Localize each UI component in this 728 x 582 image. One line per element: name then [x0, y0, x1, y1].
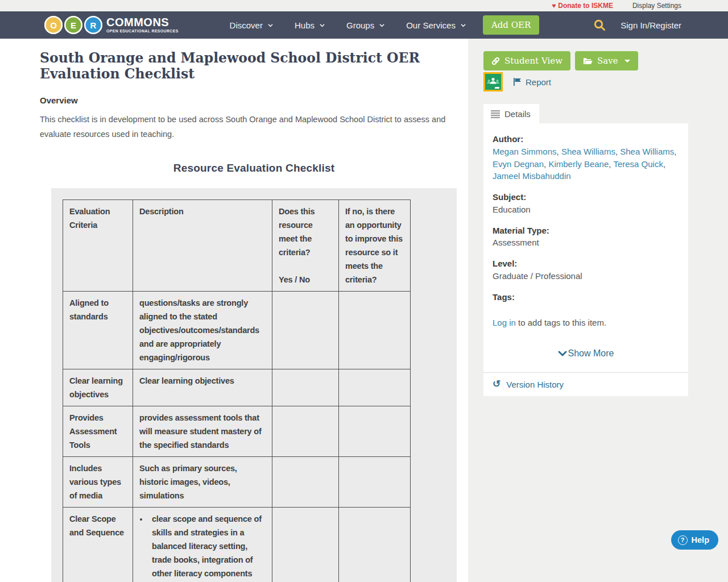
main-content: South Orange and Maplewood School Distri…	[40, 39, 468, 582]
chevron-down-icon	[461, 23, 466, 28]
author-label: Author:	[493, 133, 679, 146]
chevron-down-icon	[379, 23, 384, 28]
col-header-improve: If no, is there an opportunity to improv…	[339, 200, 411, 292]
cell-criteria: Provides Assessment Tools	[63, 406, 133, 457]
cell-description: Clear learning objectives	[133, 369, 272, 406]
author-links: Megan Simmons, Shea Williams, Shea Willi…	[493, 146, 679, 182]
nav-label: Our Services	[406, 20, 456, 30]
caret-down-icon	[624, 60, 630, 63]
cell-improve-blank	[339, 457, 411, 508]
main-navbar: O E R COMMONS OPEN EDUCATIONAL RESOURCES…	[0, 11, 728, 39]
folder-icon	[583, 57, 593, 65]
help-button[interactable]: ? Help	[671, 530, 718, 550]
cell-meets-blank	[272, 406, 339, 457]
history-icon: ↺	[493, 379, 500, 389]
nav-label: Groups	[346, 20, 374, 30]
chevron-down-icon	[320, 23, 325, 28]
col-header-meets: Does this resource meet the criteria? Ye…	[272, 200, 339, 292]
logo-letter-o: O	[50, 20, 57, 30]
cell-criteria: Clear Scope and Sequence	[63, 508, 133, 582]
report-link[interactable]: Report	[513, 77, 551, 87]
classroom-icon	[486, 76, 500, 88]
details-panel: Author: Megan Simmons, Shea Williams, Sh…	[483, 123, 688, 372]
student-view-label: Student View	[504, 56, 562, 66]
logo-title: COMMONS	[106, 16, 179, 28]
tags-login-hint: Log in to add tags to this item.	[493, 318, 679, 327]
cell-description: provides assessment tools that will meas…	[133, 406, 272, 457]
resource-viewer: Resource Evaluation Checklist Evaluation…	[40, 162, 468, 582]
nav-item-our-services[interactable]: Our Services	[406, 20, 466, 30]
logo-letter-e: E	[71, 20, 76, 30]
cell-meets-blank	[272, 369, 339, 406]
cell-improve-blank	[339, 406, 411, 457]
help-label: Help	[692, 535, 709, 544]
heart-icon: ♥	[552, 2, 556, 9]
show-more-button[interactable]: Show More	[493, 336, 679, 372]
table-header-row: Evaluation Criteria Description Does thi…	[63, 200, 411, 292]
table-row: Aligned to standards questions/tasks are…	[63, 292, 411, 369]
chevron-down-icon	[558, 351, 567, 357]
donate-link[interactable]: ♥ Donate to ISKME	[552, 2, 613, 10]
author-link[interactable]: Teresa Quick	[613, 159, 663, 169]
table-row: Clear learning objectives Clear learning…	[63, 369, 411, 406]
question-mark-icon: ?	[678, 535, 688, 545]
utility-bar: ♥ Donate to ISKME Display Settings	[0, 0, 728, 11]
search-icon	[594, 19, 606, 31]
classroom-bar	[495, 87, 499, 89]
table-row: Clear Scope and Sequence clear scope and…	[63, 508, 411, 582]
subject-value: Education	[493, 203, 679, 216]
subject-label: Subject:	[493, 191, 679, 203]
display-settings-link[interactable]: Display Settings	[632, 2, 681, 10]
flag-icon	[513, 77, 522, 86]
report-label: Report	[526, 77, 551, 87]
google-classroom-share-button[interactable]	[483, 72, 503, 92]
version-history-link[interactable]: ↺ Version History	[483, 372, 688, 396]
resource-document-panel: Evaluation Criteria Description Does thi…	[51, 188, 457, 582]
cell-description: Such as primary sources, historic images…	[133, 457, 272, 508]
tab-details[interactable]: Details	[483, 104, 539, 123]
cell-meets-blank	[272, 457, 339, 508]
cell-criteria: Aligned to standards	[63, 292, 133, 369]
cell-criteria: Includes various types of media	[63, 457, 133, 508]
search-button[interactable]	[594, 19, 606, 31]
student-view-button[interactable]: Student View	[483, 51, 570, 70]
level-value: Graduate / Professional	[493, 270, 679, 282]
cell-description: questions/tasks are strongly aligned to …	[133, 292, 272, 369]
author-link[interactable]: Jameel Misbahuddin	[493, 171, 571, 181]
cell-improve-blank	[339, 292, 411, 369]
log-in-link[interactable]: Log in	[493, 318, 516, 327]
sign-in-register-link[interactable]: Sign In/Register	[621, 20, 681, 30]
col-header-description: Description	[133, 200, 272, 292]
material-type-value: Assessment	[493, 236, 679, 249]
save-button[interactable]: Save	[575, 51, 638, 70]
author-link[interactable]: Shea Williams	[620, 147, 674, 156]
cell-description: clear scope and sequence of skills and s…	[133, 508, 272, 582]
tags-label: Tags:	[493, 291, 679, 304]
login-hint-text: to add tags to this item.	[516, 318, 606, 327]
resource-title: Resource Evaluation Checklist	[40, 162, 468, 174]
page-title: South Orange and Maplewood School Distri…	[40, 51, 468, 82]
cell-improve-blank	[339, 369, 411, 406]
evaluation-checklist-table: Evaluation Criteria Description Does thi…	[63, 199, 411, 582]
add-oer-button[interactable]: Add OER	[483, 15, 539, 35]
logo-circles-icon: O E R	[44, 16, 102, 34]
donate-label: Donate to ISKME	[558, 2, 613, 10]
version-history-label: Version History	[506, 380, 564, 389]
nav-item-discover[interactable]: Discover	[230, 20, 273, 30]
list-icon	[491, 110, 500, 118]
chevron-down-icon	[268, 23, 273, 28]
col-header-criteria: Evaluation Criteria	[63, 200, 133, 292]
level-label: Level:	[493, 257, 679, 270]
save-label: Save	[597, 56, 618, 66]
overview-heading: Overview	[40, 95, 468, 105]
author-link[interactable]: Shea Williams	[561, 147, 615, 156]
logo-subtitle: OPEN EDUCATIONAL RESOURCES	[106, 30, 179, 34]
show-more-label: Show More	[568, 348, 614, 359]
author-link[interactable]: Kimberly Beane	[548, 159, 609, 169]
author-link[interactable]: Megan Simmons	[493, 147, 557, 156]
nav-item-groups[interactable]: Groups	[346, 20, 384, 30]
author-link[interactable]: Evyn Degnan	[493, 159, 544, 169]
nav-item-hubs[interactable]: Hubs	[295, 20, 325, 30]
cell-meets-blank	[272, 508, 339, 582]
oer-commons-logo[interactable]: O E R COMMONS OPEN EDUCATIONAL RESOURCES	[44, 16, 179, 34]
